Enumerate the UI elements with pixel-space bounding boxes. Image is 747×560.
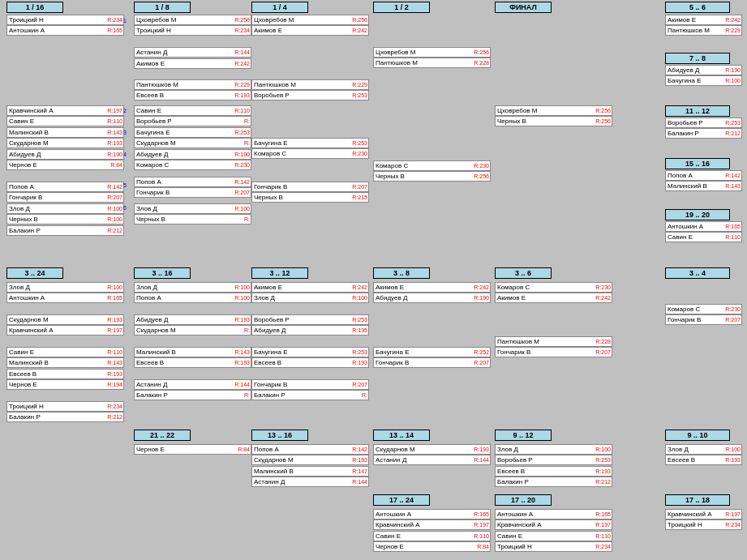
player-astanin-1314: Астанин Д R:144 — [373, 455, 491, 465]
player-komarov-12: Комаров С R:230 — [373, 160, 491, 171]
player-goncharik-18: Гончарик В R:207 — [134, 187, 251, 198]
player-savinE-324: Савин Е R:110 — [6, 347, 124, 357]
player-abiduev-18: Абидуев Д R:190 — [134, 149, 251, 160]
player-bachugina-78: Бачугина Е R:100 — [665, 75, 742, 86]
player-troitsky-1718: Троицкий Н R:234 — [665, 519, 742, 530]
header-912: 9 .. 12 — [495, 430, 552, 441]
player-zloy-316: Злов Д R:100 — [134, 282, 251, 293]
header-1316: 13 .. 16 — [251, 430, 308, 441]
player-evseev-316: Евсеев В R:193 — [134, 357, 251, 368]
player-abiduev-316: Абидуев Д R:193 — [134, 314, 251, 325]
player-zloy-910: Злов Д R:100 — [665, 444, 742, 455]
player-troitsky-324: Троицкий Н R:234 — [6, 401, 124, 412]
player-astanin-18: Астанин Д R:144 — [134, 47, 251, 58]
header-14: 1 / 4 — [251, 2, 308, 13]
player-pantyushkov-12: Пантюшков М R:228 — [373, 58, 491, 68]
player-savin-1920: Савин Е R:110 — [665, 232, 742, 242]
player-goncharik-116: Гончарик В R:207 — [6, 192, 124, 203]
player-tskhovrebov-14: Цховребов М R:256 — [251, 15, 369, 25]
player-chernov-2122: Чернов Е R:84 — [134, 444, 251, 455]
player-astanin-1316: Астанин Д R:144 — [251, 477, 369, 487]
player-abiduev-312: Абидуев Д R:195 — [251, 325, 369, 336]
player-evseev-912: Евсеев В R:193 — [495, 466, 612, 477]
bracket-container: 1 / 16 1 / 8 1 / 4 1 / 2 ФИНАЛ 5 .. 6 7 … — [0, 0, 747, 560]
header-1112: 11 .. 12 — [665, 105, 730, 117]
player-evseev-910: Евсеев В R:193 — [665, 455, 742, 465]
seed-5: 5 — [123, 182, 127, 188]
player-komarov-36: Комаров С R:230 — [495, 282, 612, 293]
player-komarov-18: Комаров С R:230 — [134, 160, 251, 170]
player-popov-316: Попов А R:100 — [134, 293, 251, 303]
player-balakin-312: Балакин Р R: — [251, 390, 369, 400]
player-antoshin-1720: Антошкин А R:165 — [495, 509, 612, 519]
player-zloy-912: Злов Д R:100 — [495, 444, 612, 455]
player-goncharik-36: Гончарик В R:207 — [495, 347, 612, 357]
header-1720: 17 .. 20 — [495, 494, 552, 506]
player-komarov-14: Комаров С R:230 — [251, 148, 369, 159]
player-popov-116: Попов А R:142 — [6, 182, 124, 192]
player-chernykh-12: Черных В R:256 — [373, 171, 491, 182]
player-evseev-324: Евсеев В R:193 — [6, 369, 124, 379]
header-116: 1 / 16 — [6, 2, 63, 13]
player-goncharik-312: Гончарик В R:207 — [251, 379, 369, 390]
player-balakin-116: Балакин Р R:212 — [6, 225, 124, 236]
player-malinsky-1516: Малинский В R:143 — [665, 181, 742, 191]
player-troitsky-18: Троицкий Н R:234 — [134, 25, 251, 36]
player-akimov-312: Акимов Е R:242 — [251, 282, 369, 293]
header-910: 9 .. 10 — [665, 430, 730, 441]
player-kravchinsky-1720: Кравчинский А R:197 — [495, 519, 612, 530]
player-malinskyB-1316: Малинский В R:147 — [251, 466, 369, 477]
player-bachugina-18: Бачугина Е R:253 — [134, 127, 251, 138]
player-akimov-56: Акимов Е R:242 — [665, 15, 742, 25]
player-savin-18: Савин Е R:110 — [134, 105, 251, 116]
header-1920: 19 .. 20 — [665, 209, 730, 220]
player-savinE-1724: Савин Е R:110 — [373, 531, 491, 541]
player-evseev-18: Евсеев В R:193 — [134, 90, 251, 100]
player-balakin-316: Балакин Р R: — [134, 390, 251, 400]
header-18: 1 / 8 — [134, 2, 191, 13]
header-12: 1 / 2 — [373, 2, 430, 13]
player-malinsky-116: Малинский В R:143 — [6, 127, 124, 138]
header-312: 3 .. 12 — [251, 267, 308, 279]
player-akimov-36: Акимов Е R:242 — [495, 293, 612, 303]
player-zloy-18: Злов Д R:100 — [134, 203, 251, 214]
header-1718: 17 .. 18 — [665, 494, 730, 506]
player-chernykh-final: Черных В R:256 — [495, 116, 612, 126]
player-balakin-324: Балакин Р R:212 — [6, 412, 124, 422]
player-antoshin-324: Антошкин А R:165 — [6, 293, 124, 303]
header-78: 7 .. 8 — [665, 53, 730, 64]
player-popov-1516: Попов А R:142 — [665, 170, 742, 181]
player-popov-1316: Попов А R:142 — [251, 444, 369, 455]
seed-2: 2 — [123, 108, 127, 113]
player-pantyushkov-36: Пантюшков М R:228 — [495, 336, 612, 347]
player-malinskyB-316: Малинский В R:143 — [134, 347, 251, 357]
player-chernykh-14: Черных В R:215 — [251, 192, 369, 203]
player-savinE-1720: Савин Е R:110 — [495, 531, 612, 541]
header-56: 5 .. 6 — [665, 2, 730, 13]
player-bachugina-14: Бачугина Е R:253 — [251, 138, 369, 148]
header-2122: 21 .. 22 — [134, 430, 191, 441]
player-kravchinsky-1718: Кравчинский А R:197 — [665, 509, 742, 519]
player-goncharik-34: Гончарик В R:207 — [665, 314, 742, 325]
player-antoshin-1920: Антошкин А R:165 — [665, 221, 742, 232]
player-skvdarnov-116: Скударнов М R:193 — [6, 138, 124, 148]
header-38: 3 .. 8 — [373, 267, 430, 279]
player-troitsky-116: Троицкий Н R:234 — [6, 15, 124, 25]
player-antoshin-116: Антошкин А R:165 — [6, 25, 124, 36]
player-komarov-34: Комаров С R:230 — [665, 304, 742, 314]
player-abiduev-116: Абидуев Д R:190 — [6, 149, 124, 160]
player-balakin-1112: Балакин Р R:212 — [665, 128, 742, 139]
seed-4: 4 — [123, 152, 127, 157]
player-chernov-116: Чернов Е R:84 — [6, 160, 124, 170]
player-akimov-38: Акимов Е R:242 — [373, 282, 491, 293]
player-evseev-312: Евсеев В R:193 — [251, 357, 369, 368]
seed-6: 6 — [123, 205, 127, 211]
player-vorobyev-18: Воробьев Р R: — [134, 116, 251, 126]
header-1314: 13 .. 14 — [373, 430, 430, 441]
player-savin-116: Савин Е R:110 — [6, 116, 124, 126]
player-kravchinsky-1724: Кравчинский А R:197 — [373, 519, 491, 530]
player-malinskyB-324: Малинский В R:143 — [6, 357, 124, 368]
player-akimov-18: Акимов Е R:242 — [134, 58, 251, 69]
player-chernov-324: Чернов Е R:194 — [6, 379, 124, 390]
player-pantyushkov-18: Пантюшков М R:229 — [134, 79, 251, 90]
